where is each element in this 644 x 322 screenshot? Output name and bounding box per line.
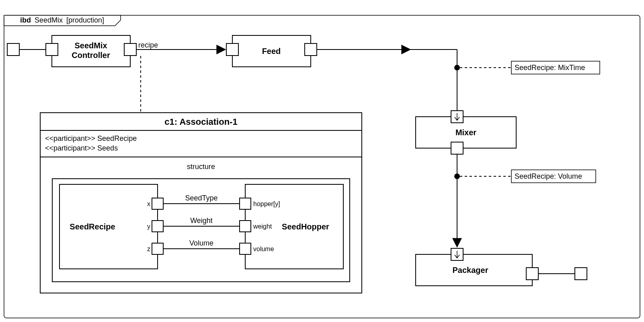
volume-label: SeedRecipe: Volume — [515, 172, 582, 180]
port-y — [152, 221, 163, 232]
assoc-compartment: structure — [187, 163, 215, 171]
controller-label-2: Controller — [72, 51, 110, 60]
external-port-left — [7, 43, 19, 56]
seedhopper-label: SeedHopper — [282, 222, 329, 231]
mixer-port-bottom — [451, 142, 463, 154]
seedrecipe-label: SeedRecipe — [70, 222, 115, 231]
port-hopper-label: hopper[y] — [253, 200, 280, 207]
junction-mixtime — [454, 65, 460, 70]
feed-port-left — [226, 43, 238, 56]
assoc-p2: <<participant>> Seeds — [45, 144, 118, 152]
packager-port-right — [526, 268, 538, 280]
link-volume-label: Volume — [189, 239, 213, 247]
link-seedtype-label: SeedType — [185, 194, 217, 202]
block-mixer: Mixer — [416, 111, 516, 154]
port-weight-label: weight — [253, 223, 272, 230]
port-volume-label: volume — [253, 246, 274, 252]
assoc-p1: <<participant>> SeedRecipe — [45, 134, 137, 142]
link-weight-label: Weight — [190, 217, 213, 225]
external-port-right — [575, 268, 587, 280]
block-seedmix-controller: SeedMix Controller — [46, 35, 136, 67]
feed-label: Feed — [262, 47, 281, 56]
frame-title: ibd SeedMix [production] — [20, 16, 104, 24]
port-x — [152, 198, 163, 209]
association-block: c1: Association-1 <<participant>> SeedRe… — [40, 113, 362, 293]
port-y-label: y — [147, 223, 150, 230]
junction-volume — [454, 173, 460, 179]
port-z — [152, 243, 163, 254]
ibd-diagram: ibd SeedMix [production] SeedMix Control… — [0, 0, 644, 322]
recipe-label: recipe — [138, 41, 158, 49]
feed-port-right — [305, 43, 317, 56]
port-z-label: z — [147, 246, 150, 252]
mixtime-label: SeedRecipe: MixTime — [515, 64, 585, 72]
controller-port-left — [46, 43, 58, 56]
controller-port-right — [124, 43, 136, 56]
block-feed: Feed — [226, 35, 317, 67]
assoc-title: c1: Association-1 — [164, 117, 237, 127]
port-weight — [240, 221, 251, 232]
mixer-label: Mixer — [455, 128, 476, 137]
port-volume — [240, 243, 251, 254]
packager-label: Packager — [453, 266, 488, 275]
port-hopper — [240, 198, 251, 209]
port-x-label: x — [147, 200, 150, 207]
controller-label-1: SeedMix — [74, 41, 107, 50]
